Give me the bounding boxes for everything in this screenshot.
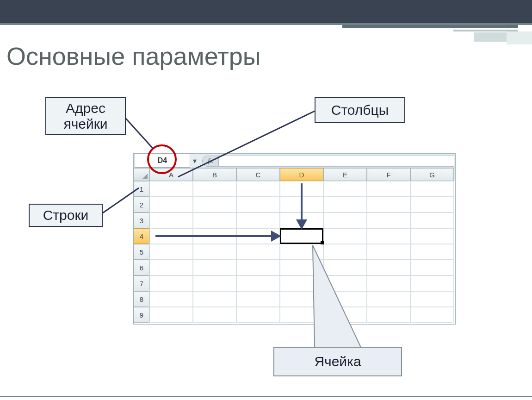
decor-top-bar — [0, 0, 532, 23]
row-header-6[interactable]: 6 — [134, 260, 149, 275]
row-header-5[interactable]: 5 — [134, 244, 149, 260]
connector-address — [126, 119, 153, 148]
row-header-3[interactable]: 3 — [134, 212, 149, 228]
col-header-f[interactable]: F — [367, 168, 410, 181]
callout-cell: Ячейка — [274, 347, 402, 376]
name-box-dropdown-icon[interactable]: ▾ — [190, 154, 199, 168]
decor-stripe — [507, 31, 532, 44]
formula-bar-row: D4 ▾ fx — [134, 154, 455, 168]
col-header-d[interactable]: D — [280, 168, 323, 181]
row-header-4[interactable]: 4 — [134, 228, 149, 244]
active-cell-d4[interactable] — [280, 228, 323, 244]
cell-grid[interactable] — [149, 181, 455, 323]
col-header-e[interactable]: E — [323, 168, 367, 181]
row-header-9[interactable]: 9 — [134, 307, 149, 323]
row-header-7[interactable]: 7 — [134, 275, 149, 291]
select-all-corner[interactable] — [134, 168, 149, 181]
slide-title: Основные параметры — [6, 42, 261, 70]
col-header-b[interactable]: B — [193, 168, 236, 181]
column-headers: A B C D E F G — [134, 168, 455, 181]
spreadsheet-mock: D4 ▾ fx A B C D E F G 1 2 3 4 5 6 7 — [133, 153, 456, 325]
col-header-g[interactable]: G — [410, 168, 454, 181]
row-headers: 1 2 3 4 5 6 7 8 9 — [134, 181, 149, 323]
row-header-8[interactable]: 8 — [134, 291, 149, 307]
col-header-c[interactable]: C — [236, 168, 280, 181]
col-header-a[interactable]: A — [149, 168, 193, 181]
callout-rows: Строки — [29, 204, 103, 227]
callout-columns: Столбцы — [315, 97, 405, 123]
slide-canvas: Основные параметры Адрес ячейки Столбцы … — [0, 0, 532, 400]
name-box-value: D4 — [158, 157, 167, 164]
decor-stripe — [342, 25, 518, 28]
row-header-1[interactable]: 1 — [134, 181, 149, 197]
name-box[interactable]: D4 — [135, 154, 190, 168]
fx-icon[interactable]: fx — [202, 156, 219, 167]
decor-bottom-line — [0, 396, 532, 397]
callout-cell-address: Адрес ячейки — [45, 97, 126, 135]
row-header-2[interactable]: 2 — [134, 197, 149, 212]
formula-bar[interactable] — [219, 156, 454, 167]
